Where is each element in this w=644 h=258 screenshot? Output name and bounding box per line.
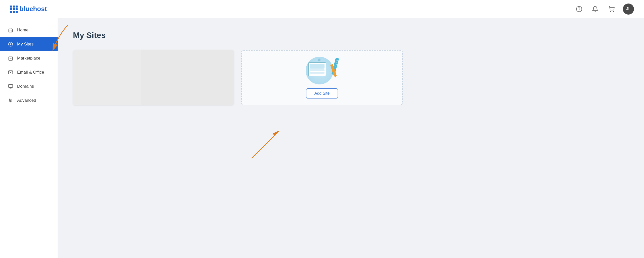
sidebar: Home My Sites Marketplace xyxy=(0,18,58,258)
cart-icon[interactable] xyxy=(607,5,616,14)
add-site-card: Add Site xyxy=(242,50,403,105)
svg-point-12 xyxy=(9,99,10,99)
notifications-icon[interactable] xyxy=(591,5,600,14)
add-site-button[interactable]: Add Site xyxy=(306,88,338,98)
site-card-thumbnail-left xyxy=(73,50,141,105)
add-site-illustration xyxy=(306,57,338,84)
sidebar-item-domains[interactable]: Domains xyxy=(0,79,58,93)
email-icon xyxy=(8,70,13,75)
home-icon xyxy=(8,28,13,33)
screen-icon xyxy=(308,62,326,76)
sidebar-item-home[interactable]: Home xyxy=(0,23,58,37)
logo-grid-icon xyxy=(10,6,17,13)
logo[interactable]: bluehost xyxy=(10,5,47,13)
sidebar-item-my-sites-label: My Sites xyxy=(17,42,33,47)
svg-point-0 xyxy=(576,6,582,12)
bag-icon xyxy=(8,56,13,61)
domains-icon xyxy=(8,84,13,89)
svg-point-14 xyxy=(10,101,11,102)
sidebar-item-email-office[interactable]: Email & Office xyxy=(0,65,58,79)
sidebar-item-advanced-label: Advanced xyxy=(17,98,36,103)
wordpress-icon xyxy=(8,42,13,47)
sites-grid: Add Site xyxy=(73,50,629,105)
help-icon[interactable] xyxy=(575,5,584,14)
user-avatar[interactable]: JL xyxy=(623,4,634,15)
svg-point-2 xyxy=(610,11,611,12)
sidebar-item-my-sites[interactable]: My Sites xyxy=(0,37,58,51)
header: bluehost JL xyxy=(0,0,644,18)
site-card-thumbnail-right xyxy=(141,50,234,105)
svg-rect-6 xyxy=(9,85,13,88)
sidebar-item-marketplace[interactable]: Marketplace xyxy=(0,51,58,65)
sidebar-item-home-label: Home xyxy=(17,28,28,33)
dot-decoration xyxy=(318,59,320,61)
sidebar-item-email-office-label: Email & Office xyxy=(17,70,44,75)
existing-site-card[interactable] xyxy=(73,50,234,105)
sliders-icon xyxy=(8,98,13,103)
svg-point-13 xyxy=(11,100,12,101)
sidebar-item-domains-label: Domains xyxy=(17,84,34,89)
logo-text: bluehost xyxy=(20,5,47,13)
page-title: My Sites xyxy=(73,31,629,40)
sidebar-item-advanced[interactable]: Advanced xyxy=(0,93,58,108)
main-content: My Sites xyxy=(58,18,644,258)
header-actions: JL xyxy=(575,4,634,15)
svg-point-3 xyxy=(613,11,614,12)
sidebar-item-marketplace-label: Marketplace xyxy=(17,56,41,61)
layout: Home My Sites Marketplace xyxy=(0,0,644,258)
